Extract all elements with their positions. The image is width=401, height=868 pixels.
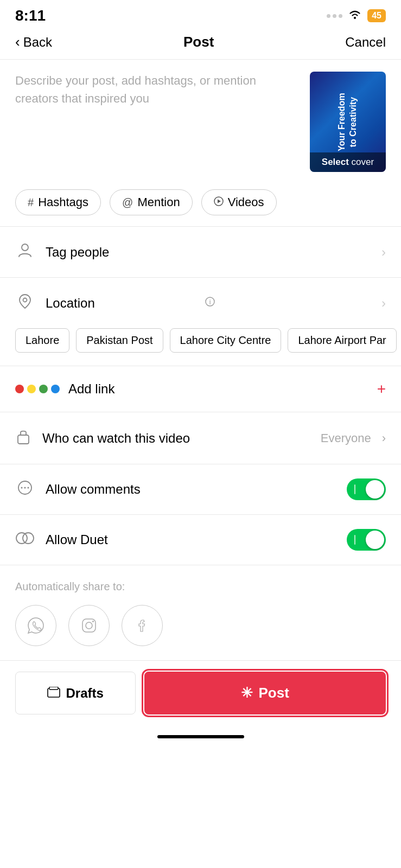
thumbnail-text: Your Freedomto Creativity [336, 93, 359, 151]
post-sparkle-icon: ✳ [241, 685, 253, 701]
allow-duet-row: Allow Duet [0, 514, 401, 565]
instagram-share-button[interactable] [68, 605, 110, 646]
person-icon [15, 242, 35, 262]
post-label: Post [258, 685, 289, 701]
who-can-watch-row[interactable]: Who can watch this video Everyone › [0, 412, 401, 464]
share-section: Automatically share to: [0, 565, 401, 655]
add-link-plus-icon[interactable]: + [377, 380, 386, 398]
back-label: Back [23, 35, 52, 50]
drafts-button[interactable]: Drafts [15, 672, 136, 714]
facebook-share-button[interactable] [122, 605, 163, 646]
drafts-label: Drafts [66, 686, 103, 701]
page-title: Post [183, 34, 214, 50]
nav-bar: ‹ Back Post Cancel [0, 29, 401, 59]
status-bar: 8:11 45 [0, 0, 401, 29]
bottom-actions: Drafts ✳ Post [0, 660, 401, 725]
share-icons-row [15, 605, 386, 646]
who-can-watch-value: Everyone [321, 431, 371, 445]
comments-icon [15, 480, 35, 500]
toggle-knob [366, 480, 384, 499]
location-label: Location [46, 296, 191, 311]
mention-pill[interactable]: @ Mention [110, 189, 193, 215]
home-indicator-bar [157, 735, 244, 738]
svg-point-4 [23, 298, 27, 302]
post-description-input[interactable]: Describe your post, add hashtags, or men… [15, 72, 301, 172]
wifi-icon [348, 9, 362, 22]
select-cover-bar[interactable]: Select cover [310, 152, 386, 172]
location-chevron: › [381, 296, 386, 311]
location-pin-icon [15, 293, 35, 313]
share-label: Automatically share to: [15, 580, 386, 593]
location-info-icon: i [205, 297, 215, 309]
mention-icon: @ [122, 196, 133, 209]
play-icon [214, 196, 224, 209]
signal-dot-2 [333, 14, 336, 18]
post-button[interactable]: ✳ Post [144, 672, 386, 714]
add-link-icon [15, 385, 60, 393]
hashtag-icon: # [28, 196, 34, 209]
allow-comments-label: Allow comments [46, 482, 336, 497]
location-chip-pakistan-post[interactable]: Pakistan Post [76, 328, 163, 353]
tags-row: # Hashtags @ Mention Videos [0, 181, 401, 226]
whatsapp-share-button[interactable] [15, 605, 56, 646]
dot-yellow [27, 385, 36, 393]
select-cover-label: Select cover [322, 157, 374, 167]
cancel-button[interactable]: Cancel [345, 35, 386, 50]
svg-point-3 [22, 244, 28, 251]
location-chip-lahore-city-centre[interactable]: Lahore City Centre [170, 328, 282, 353]
toggle-knob-duet [366, 531, 384, 549]
back-chevron-icon: ‹ [15, 34, 20, 50]
tag-people-row[interactable]: Tag people › [0, 226, 401, 277]
allow-comments-toggle[interactable] [347, 478, 386, 500]
svg-point-0 [354, 17, 356, 19]
location-row[interactable]: Location i › [0, 277, 401, 328]
post-description-area: Describe your post, add hashtags, or men… [0, 60, 401, 181]
drafts-icon [47, 686, 60, 701]
svg-point-12 [16, 533, 27, 544]
status-icons: 45 [327, 9, 386, 22]
location-chip-lahore-airport[interactable]: Lahore Airport Par [288, 328, 396, 353]
toggle-line [354, 484, 355, 494]
add-link-label: Add link [68, 381, 368, 397]
svg-point-15 [86, 622, 92, 629]
location-chip-lahore[interactable]: Lahore [15, 328, 69, 353]
lock-icon [15, 427, 31, 449]
toggle-line-duet [354, 535, 355, 545]
svg-point-11 [28, 487, 29, 488]
duet-icon [15, 530, 35, 550]
signal-dots [327, 14, 342, 18]
dot-blue [51, 385, 60, 393]
post-thumbnail[interactable]: Your Freedomto Creativity Select cover [310, 72, 386, 172]
home-indicator-area [0, 725, 401, 744]
signal-dot-1 [327, 14, 330, 18]
svg-marker-2 [218, 199, 221, 203]
allow-duet-toggle[interactable] [347, 529, 386, 551]
svg-point-10 [24, 487, 26, 488]
add-link-row[interactable]: Add link + [0, 366, 401, 412]
status-time: 8:11 [15, 7, 46, 24]
hashtags-label: Hashtags [38, 195, 88, 209]
allow-comments-row: Allow comments [0, 464, 401, 514]
location-chips-row: Lahore Pakistan Post Lahore City Centre … [0, 328, 401, 366]
svg-text:i: i [209, 298, 211, 306]
mention-label: Mention [137, 195, 180, 209]
dot-red [15, 385, 24, 393]
signal-dot-3 [339, 14, 342, 18]
svg-point-16 [92, 621, 94, 622]
svg-rect-7 [18, 435, 29, 444]
hashtags-pill[interactable]: # Hashtags [15, 189, 101, 215]
who-can-watch-label: Who can watch this video [42, 431, 310, 446]
tag-people-chevron: › [381, 245, 386, 260]
back-button[interactable]: ‹ Back [15, 34, 52, 50]
videos-pill[interactable]: Videos [201, 189, 277, 215]
who-can-watch-chevron: › [382, 431, 386, 445]
thumbnail-content: Your Freedomto Creativity Select cover [310, 72, 386, 172]
allow-duet-label: Allow Duet [46, 532, 336, 547]
dot-green [39, 385, 48, 393]
tag-people-label: Tag people [46, 245, 371, 260]
videos-label: Videos [228, 195, 264, 209]
svg-point-9 [21, 487, 23, 488]
svg-rect-18 [49, 687, 58, 690]
svg-point-13 [23, 533, 34, 544]
battery-indicator: 45 [367, 9, 386, 22]
